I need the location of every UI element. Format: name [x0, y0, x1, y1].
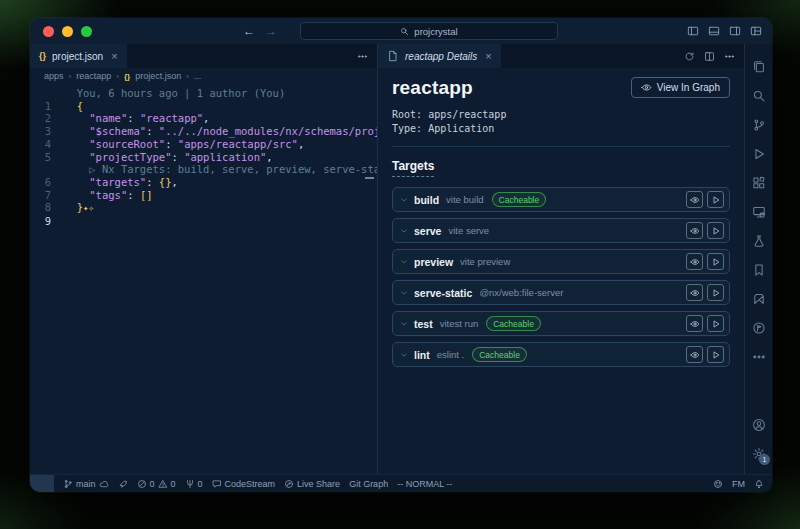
target-command: vite serve [448, 225, 489, 236]
breadcrumb-item-apps[interactable]: apps [44, 71, 64, 81]
target-row-lint[interactable]: linteslint .Cacheable [392, 342, 730, 367]
view-target-button[interactable] [686, 222, 703, 239]
line-content: "sourceRoot": "apps/reactapp/src", [64, 138, 377, 151]
vim-mode-item[interactable]: -- NORMAL -- [397, 479, 452, 489]
target-row-build[interactable]: buildvite buildCacheable [392, 187, 730, 212]
run-target-button[interactable] [707, 346, 724, 363]
activity-item-more[interactable] [745, 342, 772, 371]
activity-item-flag-circle[interactable] [745, 313, 772, 342]
notifications-item[interactable] [754, 479, 764, 489]
source-control-icon [752, 118, 766, 132]
refresh-icon[interactable] [684, 51, 695, 62]
target-row-serve-static[interactable]: serve-static@nx/web:file-server [392, 280, 730, 305]
git-branch-item[interactable]: main [63, 479, 109, 489]
forward-arrow-icon[interactable]: → [265, 24, 277, 38]
chevron-down-icon [400, 320, 408, 328]
target-name: serve [414, 225, 441, 237]
project-details-view: reactapp View In Graph Root: apps/reacta… [378, 68, 744, 474]
activity-item-nx-console[interactable] [745, 284, 772, 313]
more-actions-icon[interactable] [724, 51, 735, 62]
view-target-button[interactable] [686, 315, 703, 332]
view-in-graph-button[interactable]: View In Graph [631, 77, 730, 98]
line-number: 3 [30, 125, 64, 138]
view-target-button[interactable] [686, 346, 703, 363]
eye-icon [690, 350, 700, 360]
activity-item-source-control[interactable] [745, 110, 772, 139]
minimize-window-button[interactable] [62, 26, 73, 37]
run-target-button[interactable] [707, 253, 724, 270]
run-target-button[interactable] [707, 191, 724, 208]
code-line[interactable]: 4 "sourceRoot": "apps/reactapp/src", [30, 138, 377, 151]
code-line[interactable]: 9 [30, 215, 377, 228]
code-line[interactable]: 6 "targets": {}, [30, 176, 377, 189]
more-actions-icon[interactable] [357, 51, 368, 62]
code-line[interactable]: 8 }✦✧ [30, 201, 377, 215]
code-line[interactable]: 1 { [30, 100, 377, 113]
code-line[interactable]: You, 6 hours ago | 1 author (You) [30, 87, 377, 100]
problems-item[interactable]: 00 [137, 479, 176, 489]
target-command: vite build [446, 194, 484, 205]
code-line[interactable]: 7 "tags": [] [30, 189, 377, 202]
toggle-secondary-sidebar-icon[interactable] [729, 25, 741, 37]
view-target-button[interactable] [686, 253, 703, 270]
remote-indicator[interactable] [30, 475, 54, 493]
close-window-button[interactable] [43, 26, 54, 37]
activity-item-run-debug[interactable] [745, 139, 772, 168]
target-row-preview[interactable]: previewvite preview [392, 249, 730, 274]
back-arrow-icon[interactable]: ← [243, 24, 255, 38]
git-graph-item[interactable]: Git Graph [349, 479, 388, 489]
activity-item-files[interactable] [745, 52, 772, 81]
feedback-item[interactable] [713, 479, 723, 489]
breadcrumb-item-project-json[interactable]: project.json [135, 71, 181, 81]
activity-item-bookmarks[interactable] [745, 255, 772, 284]
flag-circle-icon [752, 321, 766, 335]
toggle-panel-icon[interactable] [708, 25, 720, 37]
code-line[interactable]: ▷ Nx Targets: build, serve, preview, ser… [30, 163, 377, 176]
close-tab-icon[interactable]: × [485, 50, 491, 62]
activity-item-extensions[interactable] [745, 168, 772, 197]
target-row-serve[interactable]: servevite serve [392, 218, 730, 243]
activity-item-search[interactable] [745, 81, 772, 110]
document-icon [387, 50, 399, 62]
play-icon [711, 319, 721, 329]
customize-layout-icon[interactable] [750, 25, 762, 37]
run-target-button[interactable] [707, 315, 724, 332]
run-debug-icon [752, 147, 766, 161]
live-share-item[interactable]: Live Share [284, 479, 340, 489]
ports-item[interactable]: 0 [185, 479, 203, 489]
close-tab-icon[interactable]: × [111, 50, 117, 62]
json-file-icon: {} [124, 72, 130, 81]
run-target-button[interactable] [707, 284, 724, 301]
activity-item-testing[interactable] [745, 226, 772, 255]
extension-bird-item[interactable] [118, 479, 128, 489]
breadcrumb-item-reactapp[interactable]: reactapp [76, 71, 111, 81]
run-target-button[interactable] [707, 222, 724, 239]
activity-item-remote-explorer[interactable] [745, 197, 772, 226]
code-token: "reactapp" [140, 112, 203, 124]
toggle-sidebar-icon[interactable] [687, 25, 699, 37]
zoom-window-button[interactable] [81, 26, 92, 37]
divider [392, 146, 730, 147]
activity-item-account[interactable] [745, 410, 772, 439]
breadcrumb-item-more[interactable]: ... [194, 71, 202, 81]
code-line[interactable]: 5 "projectType": "application", [30, 151, 377, 164]
activity-item-settings[interactable]: 1 [745, 439, 772, 468]
view-target-button[interactable] [686, 191, 703, 208]
target-command: eslint . [437, 349, 464, 360]
code-token: "$schema" [89, 125, 146, 137]
codestream-item[interactable]: CodeStream [212, 479, 276, 489]
code-line[interactable]: 2 "name": "reactapp", [30, 112, 377, 125]
split-editor-icon[interactable] [704, 51, 715, 62]
fm-item[interactable]: FM [732, 479, 745, 489]
tab-project-json[interactable]: {} project.json × [30, 44, 127, 68]
target-row-test[interactable]: testvitest runCacheable [392, 311, 730, 336]
tab-reactapp-details[interactable]: reactapp Details × [378, 44, 501, 68]
view-target-button[interactable] [686, 284, 703, 301]
overview-ruler-marker [365, 177, 374, 179]
command-center-search[interactable]: projcrystal [300, 22, 558, 40]
code-line[interactable]: 3 "$schema": "../../node_modules/nx/sche… [30, 125, 377, 138]
code-token: ▷ Nx Targets: build, serve, preview, ser… [64, 163, 377, 175]
left-tab-bar: {} project.json × [30, 44, 377, 68]
code-editor[interactable]: You, 6 hours ago | 1 author (You)1 {2 "n… [30, 84, 377, 474]
project-meta: Root: apps/reactapp Type: Application [392, 108, 730, 136]
